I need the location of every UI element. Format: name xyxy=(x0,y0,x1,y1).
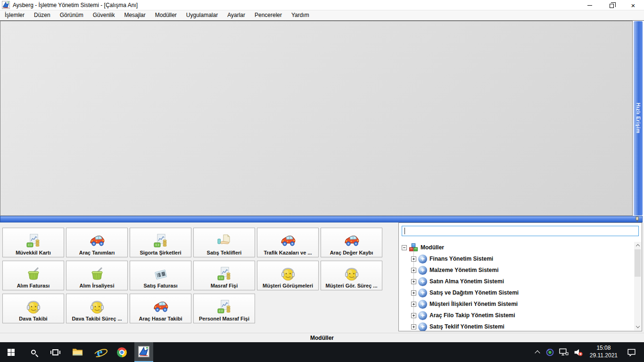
shortcut-button-personel-masraf-fisi[interactable]: Personel Masraf Fişi xyxy=(193,294,255,323)
shortcut-button-sigorta-sirketleri[interactable]: Sigorta Şirketleri xyxy=(130,228,191,257)
start-button[interactable] xyxy=(0,342,22,362)
expand-box-icon[interactable] xyxy=(411,313,416,318)
plus-ball-icon xyxy=(418,266,427,275)
shortcut-label: Alım Faturası xyxy=(17,283,50,288)
network-button[interactable] xyxy=(557,342,571,362)
menu-guvenlik[interactable]: Güvenlik xyxy=(88,10,120,20)
mdi-workspace xyxy=(0,21,633,216)
aysberg-taskbar-button[interactable] xyxy=(134,342,153,362)
tree-search-input[interactable] xyxy=(402,226,638,236)
tree-item-label[interactable]: Malzeme Yönetim Sistemi xyxy=(429,267,499,273)
status-text: Modüller xyxy=(310,335,334,341)
plus-ball-icon xyxy=(418,322,427,331)
taskbar-search-button[interactable] xyxy=(22,342,44,362)
tray-expand-button[interactable] xyxy=(531,342,544,362)
headset-face-icon xyxy=(344,265,360,282)
menu-mesajlar[interactable]: Mesajlar xyxy=(119,10,150,20)
chrome-button[interactable] xyxy=(111,342,133,362)
shortcut-label: Araç Tanımları xyxy=(79,250,115,255)
shortcut-label: Müvekkil Kartı xyxy=(16,250,51,255)
collapse-box-icon[interactable] xyxy=(402,245,407,250)
menu-moduller[interactable]: Modüller xyxy=(150,10,182,20)
minimize-button[interactable] xyxy=(579,0,601,10)
shortcut-button-satis-faturasi[interactable]: Satış Faturası xyxy=(130,261,191,290)
restore-button[interactable] xyxy=(601,0,622,10)
tree-item-finans[interactable]: Finans Yönetim Sistemi xyxy=(402,253,632,264)
shortcut-button-masraf-fisi[interactable]: Masraf Fişi xyxy=(193,261,255,290)
expand-box-icon[interactable] xyxy=(411,290,416,296)
menu-uygulamalar[interactable]: Uygulamalar xyxy=(182,10,223,20)
shortcuts-panel: Müvekkil Kartı Araç Tanımları Sigorta Şi… xyxy=(2,228,396,323)
shortcut-button-alim-irsaliyesi[interactable]: Alım İrsaliyesi xyxy=(66,261,128,290)
action-center-button[interactable] xyxy=(621,342,641,362)
shortcut-label: Müşteri Görüşmeleri xyxy=(263,283,313,288)
tree-item-label[interactable]: Satış Teklif Yönetim Sistemi xyxy=(429,323,504,330)
menu-pencereler[interactable]: Pencereler xyxy=(250,10,287,20)
plus-ball-icon xyxy=(418,311,427,320)
quick-access-label: Hızlı Erişim xyxy=(636,103,641,133)
expand-box-icon[interactable] xyxy=(411,279,416,284)
menu-gorunum[interactable]: Görünüm xyxy=(55,10,88,20)
shortcut-button-dava-takibi[interactable]: Dava Takibi xyxy=(2,294,64,323)
volume-muted-icon xyxy=(574,348,583,356)
menu-islemler[interactable]: İşlemler xyxy=(0,10,29,20)
shortcut-button-muvekkil-karti[interactable]: Müvekkil Kartı xyxy=(2,228,64,257)
task-view-icon xyxy=(52,349,58,355)
chart-money-icon xyxy=(216,298,232,315)
tree-root-moduller[interactable]: Modüller xyxy=(402,242,632,253)
tray-app-button[interactable] xyxy=(544,342,557,362)
menu-duzen[interactable]: Düzen xyxy=(29,10,55,20)
quick-access-tab[interactable]: Hızlı Erişim xyxy=(634,21,643,215)
network-icon xyxy=(559,348,569,356)
headset-face-icon xyxy=(89,298,105,315)
expand-box-icon[interactable] xyxy=(411,268,416,273)
scrollbar-thumb[interactable] xyxy=(635,249,641,277)
shortcut-button-dava-takibi-surec[interactable]: Dava Takibi Süreç ... xyxy=(66,294,128,323)
tree-item-satin-alma[interactable]: Satın Alma Yönetim Sistemi xyxy=(402,276,632,287)
aysberg-app-icon xyxy=(138,346,149,357)
chart-money-icon xyxy=(25,232,41,249)
expand-box-icon[interactable] xyxy=(411,256,416,262)
volume-muted-button[interactable] xyxy=(571,342,586,362)
scroll-down-arrow[interactable] xyxy=(634,323,641,330)
shortcut-button-arac-hasar-takibi[interactable]: Araç Hasar Takibi xyxy=(130,294,191,323)
task-view-button[interactable] xyxy=(44,342,66,362)
menu-ayarlar[interactable]: Ayarlar xyxy=(223,10,250,20)
tree-item-musteri-iliskileri[interactable]: Müşteri İlişkileri Yönetim Sistemi xyxy=(402,298,632,310)
tree-item-satis-teklif[interactable]: Satış Teklif Yönetim Sistemi xyxy=(402,321,632,331)
shortcut-button-alim-faturasi[interactable]: Alım Faturası xyxy=(2,261,64,290)
menu-yardim[interactable]: Yardım xyxy=(287,10,314,20)
shortcut-button-trafik-kazalari[interactable]: Trafik Kazaları ve ... xyxy=(257,228,319,257)
headset-face-icon xyxy=(280,265,296,282)
tree-item-label[interactable]: Satın Alma Yönetim Sistemi xyxy=(429,278,504,285)
application-window: { "window": { "title": "Aysberg - İşletm… xyxy=(0,0,644,362)
shortcut-button-arac-deger-kaybi[interactable]: Araç Değer Kaybı xyxy=(321,228,382,257)
file-explorer-button[interactable] xyxy=(66,342,89,362)
expand-box-icon[interactable] xyxy=(411,324,416,329)
tree-item-malzeme[interactable]: Malzeme Yönetim Sistemi xyxy=(402,264,632,276)
shortcut-label: Satış Faturası xyxy=(143,283,177,288)
tree-item-arac-filo[interactable]: Araç Filo Takip Yönetim Sistemi xyxy=(402,310,632,321)
menu-bar: İşlemler Düzen Görünüm Güvenlik Mesajlar… xyxy=(0,10,644,21)
shortcut-button-musteri-gorusmeleri[interactable]: Müşteri Görüşmeleri xyxy=(257,261,319,290)
shortcut-button-satis-teklifleri[interactable]: Satış Teklifleri xyxy=(193,228,255,257)
shortcut-button-arac-tanimlari[interactable]: Araç Tanımları xyxy=(66,228,128,257)
close-button[interactable]: × xyxy=(622,0,644,10)
tree-item-label[interactable]: Finans Yönetim Sistemi xyxy=(429,255,493,262)
scroll-up-arrow[interactable] xyxy=(634,242,641,249)
shortcut-label: Araç Hasar Takibi xyxy=(139,316,182,321)
tree-scrollbar[interactable] xyxy=(634,242,641,330)
tree-item-label[interactable]: Müşteri İlişkileri Yönetim Sistemi xyxy=(429,301,518,307)
shortcut-button-musteri-gor-surec[interactable]: Müşteri Gör. Süreç ... xyxy=(321,261,382,290)
tree-item-satis-dagitim[interactable]: Satış ve Dağıtım Yönetim Sistemi xyxy=(402,287,632,298)
expand-box-icon[interactable] xyxy=(411,302,416,307)
tree-item-label[interactable]: Araç Filo Takip Yönetim Sistemi xyxy=(429,312,515,319)
tree-item-label[interactable]: Satış ve Dağıtım Yönetim Sistemi xyxy=(429,289,519,296)
car-icon xyxy=(343,232,360,249)
pin-icon[interactable] xyxy=(635,216,639,222)
hand-document-icon xyxy=(216,232,232,249)
taskbar-clock[interactable]: 15:08 29.11.2021 xyxy=(586,345,621,359)
internet-explorer-button[interactable]: e xyxy=(89,342,111,362)
tree-root-label[interactable]: Modüller xyxy=(421,244,444,251)
window-titlebar: Aysberg - İşletme Yönetim Sistemi - [Çal… xyxy=(0,0,644,10)
